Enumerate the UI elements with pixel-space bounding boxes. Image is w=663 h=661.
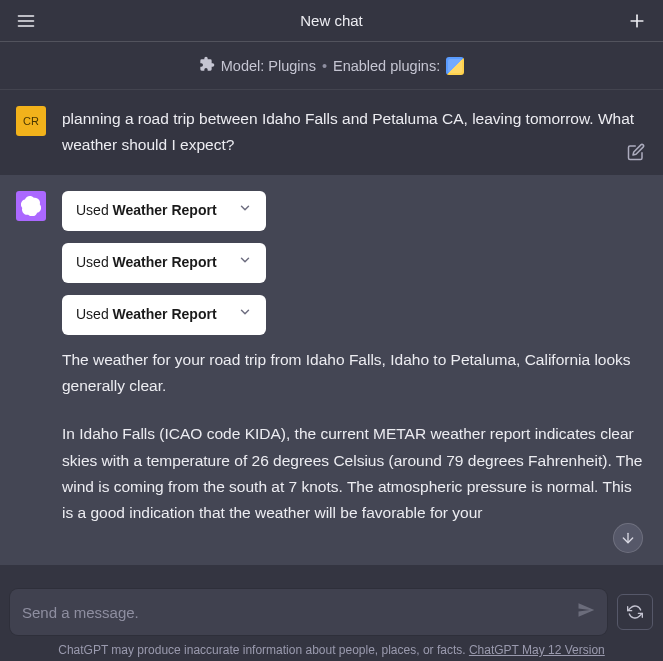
message-input[interactable]	[22, 604, 577, 621]
chevron-down-icon	[238, 199, 252, 223]
version-link[interactable]: ChatGPT May 12 Version	[469, 643, 605, 657]
assistant-message-body: Used Weather Report Used Weather Report …	[62, 191, 643, 549]
conversation-area: CR planning a road trip between Idaho Fa…	[0, 90, 663, 581]
assistant-text: The weather for your road trip from Idah…	[62, 347, 643, 527]
edit-message-button[interactable]	[627, 143, 645, 165]
menu-button[interactable]	[12, 7, 40, 35]
user-avatar: CR	[16, 106, 46, 136]
assistant-paragraph: In Idaho Falls (ICAO code KIDA), the cur…	[62, 421, 643, 526]
disclaimer-text: ChatGPT may produce inaccurate informati…	[58, 643, 605, 657]
chevron-down-icon	[238, 251, 252, 275]
chevron-down-icon	[238, 303, 252, 327]
app-header: New chat	[0, 0, 663, 42]
enabled-plugins-label: Enabled plugins:	[333, 58, 440, 74]
model-label: Model: Plugins	[221, 58, 316, 74]
page-title: New chat	[300, 12, 363, 29]
assistant-avatar	[16, 191, 46, 221]
weather-plugin-icon[interactable]	[446, 57, 464, 75]
assistant-paragraph: The weather for your road trip from Idah…	[62, 347, 643, 400]
send-button[interactable]	[577, 601, 595, 623]
regenerate-button[interactable]	[617, 594, 653, 630]
new-chat-button[interactable]	[623, 7, 651, 35]
assistant-message: Used Weather Report Used Weather Report …	[0, 175, 663, 565]
scroll-to-bottom-button[interactable]	[613, 523, 643, 553]
message-input-container	[10, 589, 607, 635]
plugin-call-pill[interactable]: Used Weather Report	[62, 295, 266, 335]
plugins-icon	[199, 56, 215, 75]
separator-dot: •	[322, 58, 327, 74]
model-info-bar: Model: Plugins • Enabled plugins:	[0, 42, 663, 90]
plugin-call-pill[interactable]: Used Weather Report	[62, 191, 266, 231]
user-message: CR planning a road trip between Idaho Fa…	[0, 90, 663, 175]
input-area: ChatGPT may produce inaccurate informati…	[0, 581, 663, 661]
plugin-call-pill[interactable]: Used Weather Report	[62, 243, 266, 283]
user-message-text: planning a road trip between Idaho Falls…	[62, 106, 643, 159]
